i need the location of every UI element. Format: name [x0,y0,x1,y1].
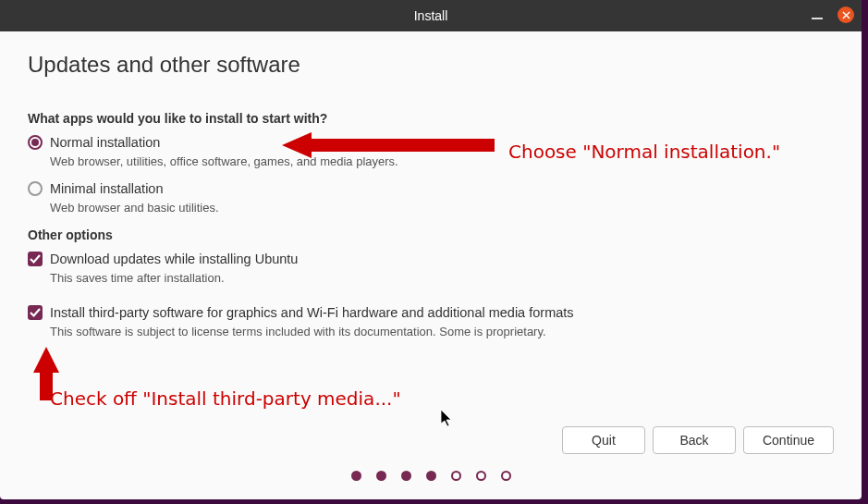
checkbox-icon[interactable] [28,305,43,320]
button-row: Quit Back Continue [0,426,862,471]
normal-install-desc: Web browser, utilities, office software,… [50,154,834,168]
close-icon[interactable] [837,6,854,23]
progress-dots [0,471,862,499]
radio-icon[interactable] [28,135,43,150]
progress-dot [501,471,511,481]
content-area: Updates and other software What apps wou… [0,31,862,426]
progress-dot [451,471,461,481]
download-updates-desc: This saves time after installation. [50,271,834,285]
continue-button[interactable]: Continue [743,426,834,454]
apps-question: What apps would you like to install to s… [28,111,834,126]
thirdparty-option[interactable]: Install third-party software for graphic… [28,305,834,348]
back-button[interactable]: Back [653,426,736,454]
progress-dot [426,471,436,481]
titlebar: Install [0,0,862,31]
thirdparty-desc: This software is subject to license term… [50,325,834,338]
minimal-install-label: Minimal installation [50,181,164,196]
quit-button[interactable]: Quit [562,426,645,454]
progress-dot [476,471,486,481]
minimal-install-option[interactable]: Minimal installation Web browser and bas… [28,181,834,224]
window-title: Install [414,8,448,23]
checkbox-icon[interactable] [28,252,43,266]
progress-dot [376,471,386,481]
normal-install-label: Normal installation [50,135,160,150]
progress-dot [401,471,411,481]
progress-dot [351,471,361,481]
radio-icon[interactable] [28,181,43,196]
minimal-install-desc: Web browser and basic utilities. [50,201,834,215]
normal-install-option[interactable]: Normal installation Web browser, utiliti… [28,135,834,178]
installer-window: Install Updates and other software What … [0,0,862,499]
download-updates-label: Download updates while installing Ubuntu [50,252,298,266]
other-options-label: Other options [28,227,834,242]
download-updates-option[interactable]: Download updates while installing Ubuntu… [28,252,834,294]
minimize-icon[interactable] [812,18,823,19]
thirdparty-label: Install third-party software for graphic… [50,305,574,320]
page-title: Updates and other software [28,52,834,78]
